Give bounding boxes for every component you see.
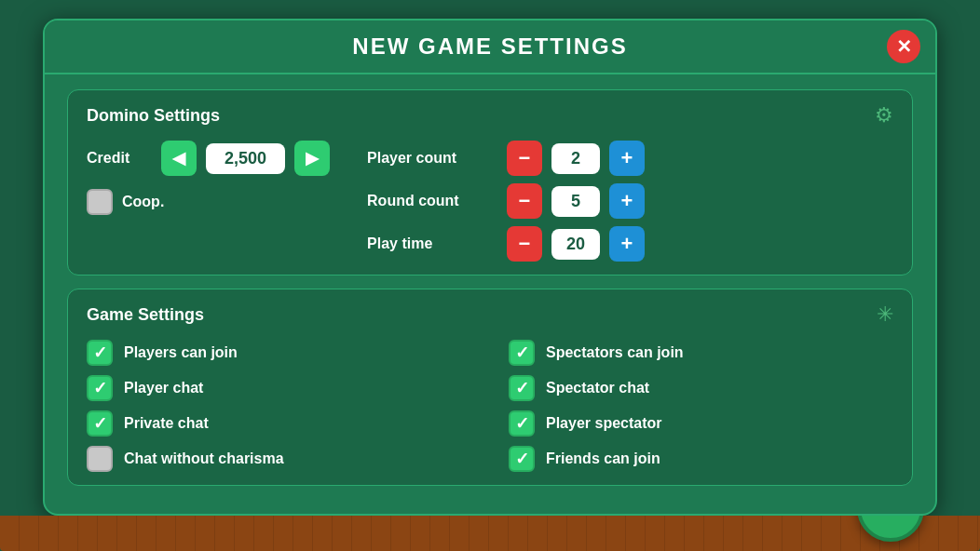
- setting-label-left-2: Private chat: [124, 415, 209, 432]
- play-time-value: 20: [551, 229, 600, 260]
- setting-row: ✓Friends can join: [509, 446, 893, 472]
- setting-row: ✓Player chat: [87, 375, 471, 401]
- round-count-label: Round count: [367, 193, 497, 209]
- modal-title: NEW GAME SETTINGS: [352, 34, 627, 60]
- domino-settings-header: Domino Settings ⚙: [87, 103, 893, 128]
- play-time-minus[interactable]: −: [507, 226, 542, 262]
- game-settings-right-col: ✓Spectators can join✓Spectator chat✓Play…: [509, 340, 893, 472]
- setting-label-right-2: Player spectator: [546, 415, 662, 432]
- domino-settings-section: Domino Settings ⚙ Credit ◀ 2,500 ▶ Coop.: [67, 89, 913, 276]
- setting-label-right-0: Spectators can join: [546, 344, 684, 361]
- setting-checkbox-left-0[interactable]: ✓: [87, 340, 113, 366]
- player-count-value: 2: [551, 143, 600, 174]
- setting-label-right-3: Friends can join: [546, 450, 660, 467]
- setting-row: ✓Private chat: [87, 410, 471, 437]
- setting-row: ✓Players can join: [87, 340, 471, 366]
- setting-row: ✓Player spectator: [509, 410, 893, 437]
- credit-next-button[interactable]: ▶: [294, 141, 330, 176]
- setting-checkbox-left-3[interactable]: [87, 446, 113, 472]
- coop-row: Coop.: [87, 189, 330, 215]
- confirm-button[interactable]: ✓: [857, 516, 924, 542]
- setting-row: Chat without charisma: [87, 446, 471, 472]
- play-time-plus[interactable]: +: [609, 226, 645, 262]
- player-count-plus[interactable]: +: [609, 141, 645, 176]
- setting-row: ✓Spectators can join: [509, 340, 893, 366]
- setting-checkbox-right-1[interactable]: ✓: [509, 375, 535, 401]
- setting-label-right-1: Spectator chat: [546, 380, 649, 396]
- round-count-value: 5: [551, 186, 600, 217]
- domino-settings-title: Domino Settings: [87, 106, 220, 126]
- coop-label: Coop.: [122, 194, 164, 210]
- domino-settings-content: Credit ◀ 2,500 ▶ Coop. Player count − 2: [87, 141, 893, 262]
- round-count-plus[interactable]: +: [609, 183, 645, 219]
- round-count-minus[interactable]: −: [507, 183, 542, 219]
- game-settings-title: Game Settings: [87, 305, 204, 325]
- modal-header: NEW GAME SETTINGS ✕: [45, 20, 935, 74]
- credit-label: Credit: [87, 150, 152, 167]
- setting-label-left-0: Players can join: [124, 344, 238, 361]
- setting-checkbox-right-2[interactable]: ✓: [509, 410, 535, 437]
- round-count-row: Round count − 5 +: [367, 183, 893, 219]
- setting-label-left-3: Chat without charisma: [124, 450, 284, 467]
- close-button[interactable]: ✕: [887, 30, 920, 63]
- play-time-label: Play time: [367, 235, 497, 252]
- setting-checkbox-left-1[interactable]: ✓: [87, 375, 113, 401]
- credit-row: Credit ◀ 2,500 ▶: [87, 141, 330, 176]
- game-settings-header: Game Settings ✳: [87, 302, 893, 327]
- player-count-label: Player count: [367, 150, 497, 167]
- player-count-row: Player count − 2 +: [367, 141, 893, 176]
- game-settings-content: ✓Players can join✓Player chat✓Private ch…: [87, 340, 893, 472]
- coop-checkbox[interactable]: [87, 189, 113, 215]
- game-settings-left-col: ✓Players can join✓Player chat✓Private ch…: [87, 340, 471, 472]
- domino-right-col: Player count − 2 + Round count − 5 + Pla…: [367, 141, 893, 262]
- setting-row: ✓Spectator chat: [509, 375, 893, 401]
- setting-checkbox-right-3[interactable]: ✓: [509, 446, 535, 472]
- modal-body: Domino Settings ⚙ Credit ◀ 2,500 ▶ Coop.: [45, 74, 935, 514]
- spinner-icon: ✳: [877, 302, 893, 327]
- credit-prev-button[interactable]: ◀: [161, 141, 197, 176]
- game-settings-section: Game Settings ✳ ✓Players can join✓Player…: [67, 289, 913, 486]
- bottom-bar: ✓: [0, 516, 980, 551]
- player-count-minus[interactable]: −: [507, 141, 542, 176]
- setting-label-left-1: Player chat: [124, 380, 203, 396]
- gear-icon: ⚙: [875, 103, 893, 128]
- modal: NEW GAME SETTINGS ✕ Domino Settings ⚙ Cr…: [43, 19, 937, 516]
- setting-checkbox-right-0[interactable]: ✓: [509, 340, 535, 366]
- credit-value: 2,500: [206, 143, 285, 174]
- domino-left-col: Credit ◀ 2,500 ▶ Coop.: [87, 141, 330, 215]
- setting-checkbox-left-2[interactable]: ✓: [87, 410, 113, 437]
- play-time-row: Play time − 20 +: [367, 226, 893, 262]
